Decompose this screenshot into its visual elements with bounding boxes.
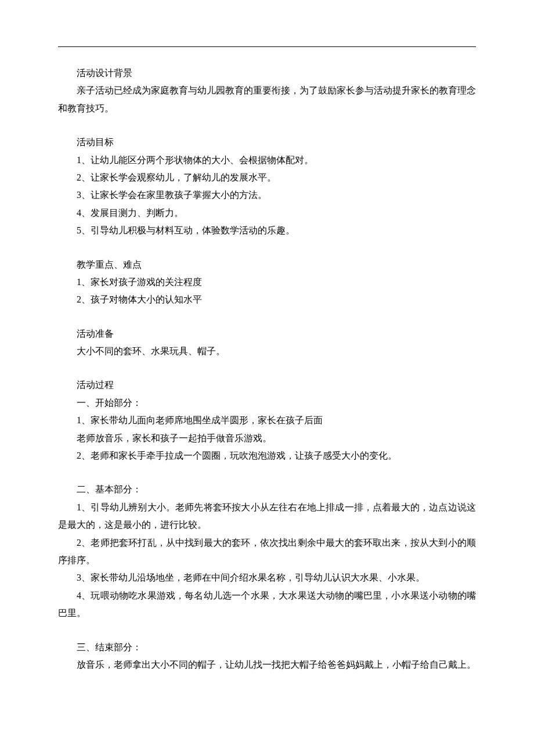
process-part3-content: 放音乐，老师拿出大小不同的帽子，让幼儿找一找把大帽子给爸爸妈妈戴上，小帽子给自己… <box>58 656 476 674</box>
section-process: 活动过程 一、开始部分： 1、家长带幼儿面向老师席地围坐成半圆形，家长在孩子后面… <box>58 376 476 465</box>
process-part1-line: 老师放音乐，家长和孩子一起拍手做音乐游戏。 <box>58 430 476 447</box>
process-title: 活动过程 <box>58 376 476 394</box>
section-process-part3: 三、结束部分： 放音乐，老师拿出大小不同的帽子，让幼儿找一找把大帽子给爸爸妈妈戴… <box>58 639 476 674</box>
process-part2-line: 2、老师把套环打乱，从中找到最大的套环，依次找出剩余中最大的套环取出来，按从大到… <box>58 534 476 570</box>
background-content: 亲子活动已经成为家庭教育与幼儿园教育的重要衔接，为了鼓励家长参与活动提升家长的教… <box>58 82 476 117</box>
process-part2-line: 1、引导幼儿辨别大小。老师先将套环按大小从左往右在地上排成一排，点着最大的，边点… <box>58 499 476 534</box>
process-part1-line: 2、老师和家长手牵手拉成一个圆圈，玩吹泡泡游戏，让孩子感受大小的变化。 <box>58 447 476 465</box>
goals-item: 2、让家长学会观察幼儿，了解幼儿的发展水平。 <box>58 169 476 186</box>
goals-item: 3、让家长学会在家里教孩子掌握大小的方法。 <box>58 186 476 204</box>
section-background: 活动设计背景 亲子活动已经成为家庭教育与幼儿园教育的重要衔接，为了鼓励家长参与活… <box>58 64 476 117</box>
process-part1-line: 1、家长带幼儿面向老师席地围坐成半圆形，家长在孩子后面 <box>58 412 476 429</box>
keypoints-item: 1、家长对孩子游戏的关注程度 <box>58 273 476 291</box>
process-part2-line: 3、家长带幼儿沿场地坐，老师在中间介绍水果名称，引导幼儿认识大水果、小水果。 <box>58 569 476 586</box>
section-process-part2: 二、基本部分： 1、引导幼儿辨别大小。老师先将套环按大小从左往右在地上排成一排，… <box>58 481 476 622</box>
section-preparation: 活动准备 大小不同的套环、水果玩具、帽子。 <box>58 325 476 361</box>
section-keypoints: 教学重点、难点 1、家长对孩子游戏的关注程度 2、孩子对物体大小的认知水平 <box>58 256 476 309</box>
preparation-content: 大小不同的套环、水果玩具、帽子。 <box>58 343 476 360</box>
background-title: 活动设计背景 <box>58 64 476 82</box>
preparation-title: 活动准备 <box>58 325 476 343</box>
process-part2-title: 二、基本部分： <box>58 481 476 498</box>
process-part1-title: 一、开始部分： <box>58 394 476 412</box>
keypoints-title: 教学重点、难点 <box>58 256 476 273</box>
goals-item: 4、发展目测力、判断力。 <box>58 204 476 222</box>
divider-line <box>58 46 476 47</box>
goals-title: 活动目标 <box>58 134 476 151</box>
process-part3-title: 三、结束部分： <box>58 639 476 656</box>
goals-item: 1、让幼儿能区分两个形状物体的大小、会根据物体配对。 <box>58 152 476 169</box>
section-goals: 活动目标 1、让幼儿能区分两个形状物体的大小、会根据物体配对。 2、让家长学会观… <box>58 134 476 239</box>
goals-item: 5、引导幼儿积极与材料互动，体验数学活动的乐趣。 <box>58 222 476 239</box>
process-part2-line: 4、玩喂动物吃水果游戏，每名幼儿选一个水果，大水果送大动物的嘴巴里，小水果送小动… <box>58 587 476 622</box>
keypoints-item: 2、孩子对物体大小的认知水平 <box>58 291 476 308</box>
